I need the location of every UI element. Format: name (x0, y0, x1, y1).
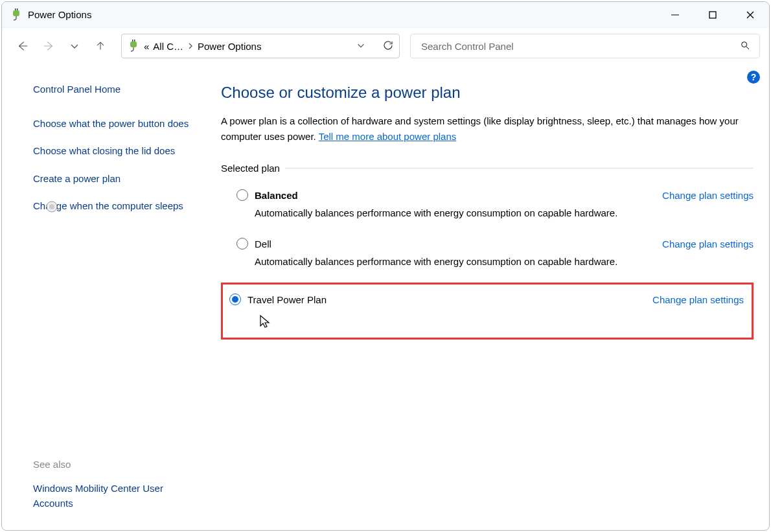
change-plan-settings-link[interactable]: Change plan settings (662, 190, 754, 201)
power-plan-travel: Travel Power Plan Change plan settings (221, 283, 754, 340)
breadcrumb-root[interactable]: All C… (153, 41, 183, 52)
search-input[interactable] (420, 40, 740, 52)
svg-rect-5 (132, 40, 133, 41)
change-plan-settings-link[interactable]: Change plan settings (662, 238, 754, 249)
breadcrumb-current[interactable]: Power Options (198, 41, 261, 52)
window-controls (656, 2, 769, 27)
sidebar: Control Panel Home Choose what the power… (2, 64, 209, 530)
title-bar: Power Options (2, 2, 769, 28)
svg-rect-2 (17, 8, 18, 10)
see-also-mobility-center[interactable]: Windows Mobility Center (33, 483, 140, 494)
plan-description: Automatically balances performance with … (255, 207, 754, 218)
search-icon[interactable] (740, 40, 750, 52)
sidebar-link-closing-lid[interactable]: Choose what closing the lid does (33, 144, 196, 159)
close-button[interactable] (731, 2, 769, 27)
help-icon[interactable]: ? (747, 71, 760, 84)
learn-more-link[interactable]: Tell me more about power plans (319, 131, 457, 142)
window-frame: Power Options (1, 1, 770, 531)
radio-dell[interactable] (236, 238, 248, 249)
section-divider (285, 168, 754, 168)
section-header: Selected plan (221, 163, 754, 174)
plan-name[interactable]: Balanced (255, 190, 298, 201)
svg-rect-6 (134, 40, 135, 41)
content-area: Control Panel Home Choose what the power… (2, 64, 769, 530)
navigation-bar: « All C… Power Options (2, 28, 769, 64)
mouse-cursor-icon (259, 314, 271, 330)
svg-rect-0 (13, 10, 19, 16)
plan-description: Automatically balances performance with … (255, 256, 754, 267)
address-bar[interactable]: « All C… Power Options (121, 34, 400, 58)
plan-name[interactable]: Dell (255, 238, 271, 249)
see-also-label: See also (33, 459, 196, 470)
svg-point-9 (49, 204, 54, 209)
breadcrumb-prefix: « (144, 41, 149, 52)
sidebar-link-power-button[interactable]: Choose what the power button does (33, 117, 196, 132)
refresh-button[interactable] (382, 40, 394, 53)
maximize-button[interactable] (694, 2, 731, 27)
svg-point-7 (742, 41, 747, 47)
address-dropdown[interactable] (356, 41, 365, 52)
radio-balanced[interactable] (236, 189, 248, 201)
main-panel: ? Choose or customize a power plan A pow… (209, 64, 769, 530)
back-button[interactable] (11, 34, 34, 58)
section-label-text: Selected plan (221, 163, 280, 174)
power-options-icon (127, 40, 140, 52)
power-plan-balanced: Balanced Change plan settings Automatica… (221, 185, 754, 234)
radio-travel[interactable] (229, 294, 241, 305)
forward-button[interactable] (37, 34, 60, 58)
recent-locations-dropdown[interactable] (63, 34, 86, 58)
control-panel-home-link[interactable]: Control Panel Home (33, 82, 196, 97)
power-options-icon (10, 8, 23, 21)
shield-icon (46, 201, 58, 213)
page-heading: Choose or customize a power plan (221, 84, 754, 102)
change-plan-settings-link[interactable]: Change plan settings (652, 294, 744, 305)
plan-name[interactable]: Travel Power Plan (247, 294, 327, 305)
search-box[interactable] (410, 34, 760, 58)
window-title: Power Options (28, 9, 91, 20)
power-plan-dell: Dell Change plan settings Automatically … (221, 234, 754, 283)
svg-rect-1 (15, 8, 16, 10)
up-button[interactable] (89, 34, 112, 58)
chevron-right-icon[interactable] (187, 41, 194, 52)
svg-rect-3 (709, 12, 716, 18)
minimize-button[interactable] (656, 2, 694, 27)
sidebar-link-create-plan[interactable]: Create a power plan (33, 172, 196, 187)
svg-rect-4 (130, 41, 137, 47)
page-description: A power plan is a collection of hardware… (221, 113, 752, 145)
